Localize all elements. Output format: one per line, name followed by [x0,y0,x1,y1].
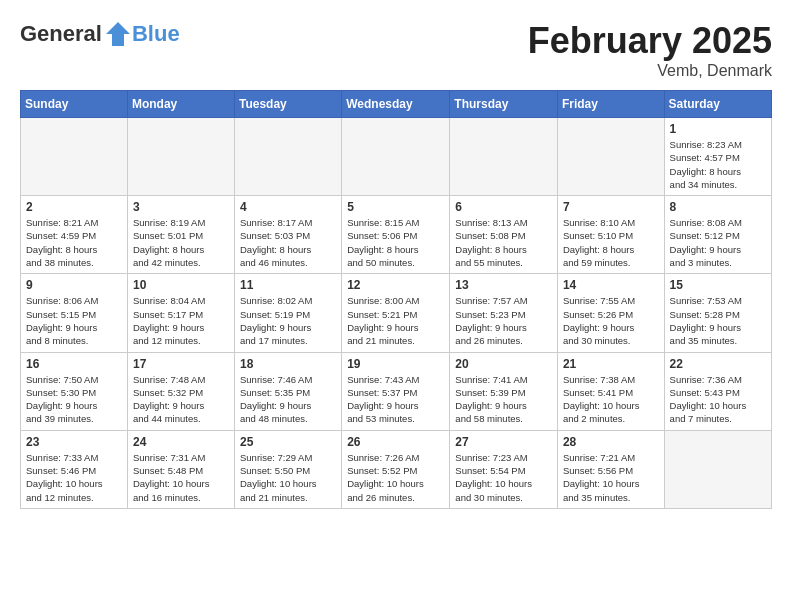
day-info: Sunrise: 8:06 AM Sunset: 5:15 PM Dayligh… [26,294,122,347]
day-info: Sunrise: 7:26 AM Sunset: 5:52 PM Dayligh… [347,451,444,504]
calendar-week-row: 16Sunrise: 7:50 AM Sunset: 5:30 PM Dayli… [21,352,772,430]
calendar-cell: 9Sunrise: 8:06 AM Sunset: 5:15 PM Daylig… [21,274,128,352]
calendar-header-row: SundayMondayTuesdayWednesdayThursdayFrid… [21,91,772,118]
day-number: 24 [133,435,229,449]
day-info: Sunrise: 7:29 AM Sunset: 5:50 PM Dayligh… [240,451,336,504]
logo-icon [104,20,132,48]
calendar-week-row: 23Sunrise: 7:33 AM Sunset: 5:46 PM Dayli… [21,430,772,508]
day-info: Sunrise: 7:53 AM Sunset: 5:28 PM Dayligh… [670,294,766,347]
day-number: 25 [240,435,336,449]
day-number: 19 [347,357,444,371]
day-info: Sunrise: 7:48 AM Sunset: 5:32 PM Dayligh… [133,373,229,426]
day-number: 10 [133,278,229,292]
calendar-week-row: 1Sunrise: 8:23 AM Sunset: 4:57 PM Daylig… [21,118,772,196]
svg-marker-0 [106,22,130,46]
day-info: Sunrise: 7:43 AM Sunset: 5:37 PM Dayligh… [347,373,444,426]
day-info: Sunrise: 7:55 AM Sunset: 5:26 PM Dayligh… [563,294,659,347]
column-header-friday: Friday [557,91,664,118]
column-header-sunday: Sunday [21,91,128,118]
column-header-saturday: Saturday [664,91,771,118]
calendar-cell: 12Sunrise: 8:00 AM Sunset: 5:21 PM Dayli… [342,274,450,352]
day-info: Sunrise: 8:17 AM Sunset: 5:03 PM Dayligh… [240,216,336,269]
day-number: 12 [347,278,444,292]
day-info: Sunrise: 7:41 AM Sunset: 5:39 PM Dayligh… [455,373,552,426]
day-number: 23 [26,435,122,449]
day-number: 14 [563,278,659,292]
calendar-cell: 4Sunrise: 8:17 AM Sunset: 5:03 PM Daylig… [235,196,342,274]
calendar-cell [664,430,771,508]
column-header-monday: Monday [127,91,234,118]
day-info: Sunrise: 7:33 AM Sunset: 5:46 PM Dayligh… [26,451,122,504]
calendar-cell [342,118,450,196]
day-info: Sunrise: 7:46 AM Sunset: 5:35 PM Dayligh… [240,373,336,426]
day-number: 3 [133,200,229,214]
day-number: 28 [563,435,659,449]
month-year: February 2025 [528,20,772,62]
day-info: Sunrise: 8:23 AM Sunset: 4:57 PM Dayligh… [670,138,766,191]
calendar-cell: 19Sunrise: 7:43 AM Sunset: 5:37 PM Dayli… [342,352,450,430]
day-info: Sunrise: 8:21 AM Sunset: 4:59 PM Dayligh… [26,216,122,269]
calendar-cell: 26Sunrise: 7:26 AM Sunset: 5:52 PM Dayli… [342,430,450,508]
day-info: Sunrise: 8:08 AM Sunset: 5:12 PM Dayligh… [670,216,766,269]
page-header: General Blue February 2025 Vemb, Denmark [20,20,772,80]
day-info: Sunrise: 8:02 AM Sunset: 5:19 PM Dayligh… [240,294,336,347]
day-number: 5 [347,200,444,214]
calendar-week-row: 2Sunrise: 8:21 AM Sunset: 4:59 PM Daylig… [21,196,772,274]
calendar-cell: 21Sunrise: 7:38 AM Sunset: 5:41 PM Dayli… [557,352,664,430]
calendar-cell: 15Sunrise: 7:53 AM Sunset: 5:28 PM Dayli… [664,274,771,352]
day-info: Sunrise: 7:36 AM Sunset: 5:43 PM Dayligh… [670,373,766,426]
calendar-cell: 8Sunrise: 8:08 AM Sunset: 5:12 PM Daylig… [664,196,771,274]
calendar-week-row: 9Sunrise: 8:06 AM Sunset: 5:15 PM Daylig… [21,274,772,352]
calendar-cell: 2Sunrise: 8:21 AM Sunset: 4:59 PM Daylig… [21,196,128,274]
calendar-cell: 22Sunrise: 7:36 AM Sunset: 5:43 PM Dayli… [664,352,771,430]
logo-blue: Blue [132,21,180,47]
calendar-cell: 23Sunrise: 7:33 AM Sunset: 5:46 PM Dayli… [21,430,128,508]
calendar-cell [127,118,234,196]
day-number: 15 [670,278,766,292]
column-header-tuesday: Tuesday [235,91,342,118]
calendar-cell: 18Sunrise: 7:46 AM Sunset: 5:35 PM Dayli… [235,352,342,430]
day-info: Sunrise: 8:10 AM Sunset: 5:10 PM Dayligh… [563,216,659,269]
calendar-cell [21,118,128,196]
calendar-cell: 27Sunrise: 7:23 AM Sunset: 5:54 PM Dayli… [450,430,558,508]
calendar-cell: 3Sunrise: 8:19 AM Sunset: 5:01 PM Daylig… [127,196,234,274]
day-number: 18 [240,357,336,371]
day-info: Sunrise: 8:19 AM Sunset: 5:01 PM Dayligh… [133,216,229,269]
day-info: Sunrise: 7:38 AM Sunset: 5:41 PM Dayligh… [563,373,659,426]
calendar-cell: 28Sunrise: 7:21 AM Sunset: 5:56 PM Dayli… [557,430,664,508]
location: Vemb, Denmark [528,62,772,80]
logo: General Blue [20,20,180,48]
day-info: Sunrise: 8:04 AM Sunset: 5:17 PM Dayligh… [133,294,229,347]
calendar-cell: 10Sunrise: 8:04 AM Sunset: 5:17 PM Dayli… [127,274,234,352]
column-header-thursday: Thursday [450,91,558,118]
logo-general: General [20,21,102,47]
day-info: Sunrise: 8:15 AM Sunset: 5:06 PM Dayligh… [347,216,444,269]
day-number: 16 [26,357,122,371]
calendar-cell: 1Sunrise: 8:23 AM Sunset: 4:57 PM Daylig… [664,118,771,196]
calendar-cell: 16Sunrise: 7:50 AM Sunset: 5:30 PM Dayli… [21,352,128,430]
calendar-cell: 17Sunrise: 7:48 AM Sunset: 5:32 PM Dayli… [127,352,234,430]
calendar-cell: 6Sunrise: 8:13 AM Sunset: 5:08 PM Daylig… [450,196,558,274]
column-header-wednesday: Wednesday [342,91,450,118]
day-number: 22 [670,357,766,371]
calendar-table: SundayMondayTuesdayWednesdayThursdayFrid… [20,90,772,509]
calendar-cell: 13Sunrise: 7:57 AM Sunset: 5:23 PM Dayli… [450,274,558,352]
day-number: 17 [133,357,229,371]
day-number: 2 [26,200,122,214]
calendar-cell: 7Sunrise: 8:10 AM Sunset: 5:10 PM Daylig… [557,196,664,274]
day-info: Sunrise: 8:13 AM Sunset: 5:08 PM Dayligh… [455,216,552,269]
day-number: 9 [26,278,122,292]
day-number: 7 [563,200,659,214]
day-number: 4 [240,200,336,214]
calendar-cell: 20Sunrise: 7:41 AM Sunset: 5:39 PM Dayli… [450,352,558,430]
day-number: 27 [455,435,552,449]
day-number: 21 [563,357,659,371]
calendar-cell [450,118,558,196]
title-block: February 2025 Vemb, Denmark [528,20,772,80]
calendar-cell: 14Sunrise: 7:55 AM Sunset: 5:26 PM Dayli… [557,274,664,352]
calendar-cell: 24Sunrise: 7:31 AM Sunset: 5:48 PM Dayli… [127,430,234,508]
day-number: 20 [455,357,552,371]
day-info: Sunrise: 7:23 AM Sunset: 5:54 PM Dayligh… [455,451,552,504]
day-number: 13 [455,278,552,292]
day-info: Sunrise: 7:21 AM Sunset: 5:56 PM Dayligh… [563,451,659,504]
